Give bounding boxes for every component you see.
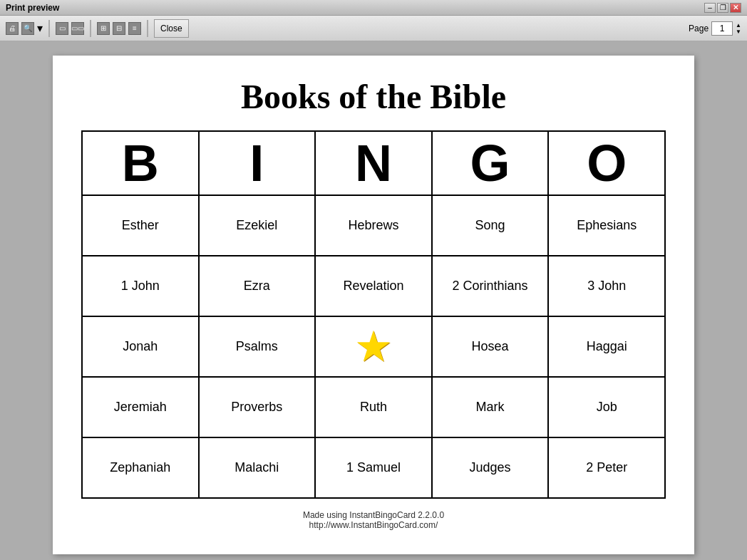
page-number-input[interactable]: 1: [711, 21, 733, 36]
table-row: JeremiahProverbsRuthMarkJob: [82, 377, 665, 437]
close-button[interactable]: ✕: [730, 3, 741, 13]
table-row: 1 JohnEzraRevelation2 Corinthians3 John: [82, 256, 665, 316]
bingo-cell: Mark: [432, 377, 549, 437]
bingo-cell: Jonah: [82, 316, 199, 377]
free-space-star: ★: [354, 326, 393, 368]
bingo-cell: Zephaniah: [82, 437, 199, 498]
bingo-o: O: [548, 131, 665, 195]
bingo-header-row: B I N G O: [82, 131, 665, 195]
table-row: JonahPsalms★HoseaHaggai: [82, 316, 665, 377]
restore-button[interactable]: ❐: [717, 3, 728, 13]
bingo-cell: Malachi: [199, 437, 316, 498]
bingo-cell: 2 Corinthians: [432, 256, 549, 316]
page-label-container: Page 1 ▲▼: [689, 21, 741, 36]
bingo-n: N: [315, 131, 432, 195]
bingo-cell: Haggai: [548, 316, 665, 377]
layout-icon-2[interactable]: ⊟: [113, 22, 125, 35]
separator-1: [48, 20, 50, 37]
bingo-cell: Ephesians: [548, 195, 665, 256]
bingo-cell: Proverbs: [199, 377, 316, 437]
minimize-button[interactable]: –: [704, 3, 716, 13]
separator-2: [90, 20, 91, 37]
bingo-cell: Hebrews: [315, 195, 432, 256]
toolbar-separator-1: ▾: [37, 21, 43, 35]
page-text: Page: [689, 24, 709, 33]
bingo-table: B I N G O EstherEzekielHebrewsSongEphesi…: [81, 130, 666, 499]
bingo-cell: Ezekiel: [199, 195, 316, 256]
bingo-cell: ★: [315, 316, 432, 377]
toolbar: 🖨 🔍 ▾ ▭ ▭▭ ⊞ ⊟ ≡ Close Page 1 ▲▼: [0, 16, 747, 41]
table-row: EstherEzekielHebrewsSongEphesians: [82, 195, 665, 256]
bingo-cell: 3 John: [548, 256, 665, 316]
bingo-cell: Judges: [432, 437, 549, 498]
print-icon: 🖨: [6, 22, 19, 35]
bingo-cell: Song: [432, 195, 549, 256]
bingo-i: I: [199, 131, 316, 195]
bingo-cell: Ezra: [199, 256, 316, 316]
bingo-cell: Psalms: [199, 316, 316, 377]
title-bar-controls: – ❐ ✕: [704, 3, 741, 13]
bingo-cell: Job: [548, 377, 665, 437]
close-preview-button[interactable]: Close: [154, 19, 189, 38]
bingo-g: G: [432, 131, 549, 195]
bingo-cell: Ruth: [315, 377, 432, 437]
bingo-card-title: Books of the Bible: [241, 77, 506, 116]
page-spinner-up[interactable]: ▲▼: [736, 22, 741, 35]
bingo-cell: Revelation: [315, 256, 432, 316]
main-area: Books of the Bible B I N G O EstherEzeki…: [0, 41, 747, 560]
bingo-cell: 1 Samuel: [315, 437, 432, 498]
layout-icon-3[interactable]: ≡: [128, 22, 141, 35]
separator-3: [147, 20, 148, 37]
title-bar: Print preview – ❐ ✕: [0, 0, 747, 16]
bingo-cell: 2 Peter: [548, 437, 665, 498]
bingo-b: B: [82, 131, 199, 195]
footer-line1: Made using InstantBingoCard 2.2.0.0: [303, 510, 444, 520]
paper: Books of the Bible B I N G O EstherEzeki…: [53, 56, 694, 554]
table-row: ZephaniahMalachi1 SamuelJudges2 Peter: [82, 437, 665, 498]
bingo-cell: 1 John: [82, 256, 199, 316]
bingo-body: EstherEzekielHebrewsSongEphesians1 JohnE…: [82, 195, 665, 498]
bingo-cell: Esther: [82, 195, 199, 256]
bingo-cell: Jeremiah: [82, 377, 199, 437]
footer-line2: http://www.InstantBingoCard.com/: [303, 520, 444, 530]
layout-icon-1[interactable]: ⊞: [97, 22, 110, 35]
zoom-icon: 🔍: [21, 22, 34, 35]
bingo-cell: Hosea: [432, 316, 549, 377]
two-page-icon[interactable]: ▭▭: [71, 22, 84, 35]
footer: Made using InstantBingoCard 2.2.0.0 http…: [303, 510, 444, 530]
single-page-icon[interactable]: ▭: [56, 22, 68, 35]
title-bar-text: Print preview: [6, 3, 59, 13]
